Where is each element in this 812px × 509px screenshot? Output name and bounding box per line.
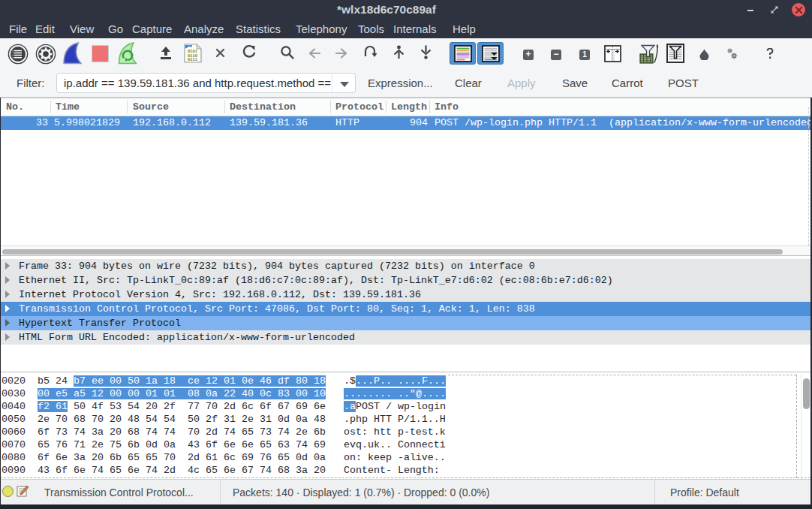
- svg-text:0111: 0111: [188, 58, 197, 62]
